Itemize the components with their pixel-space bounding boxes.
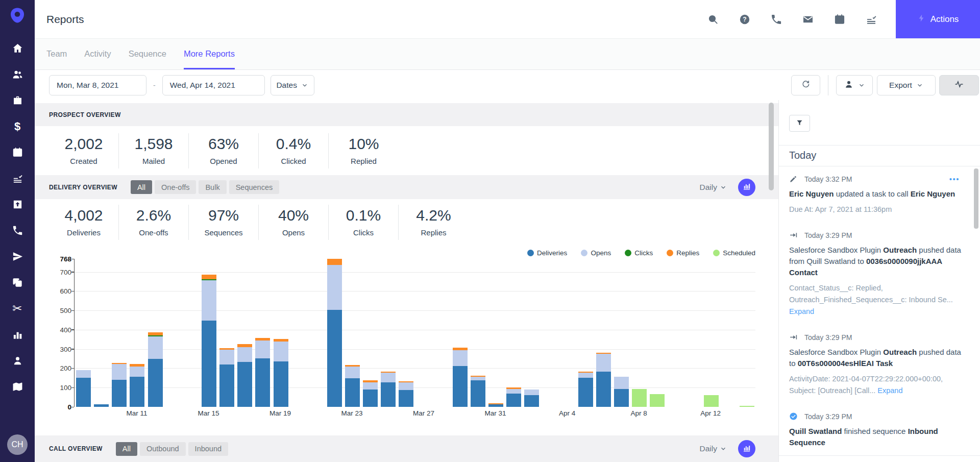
- bar-mar-31[interactable]: [488, 403, 503, 407]
- main-scrollbar[interactable]: [769, 103, 774, 190]
- call-filter-inbound[interactable]: Inbound: [188, 442, 228, 456]
- sidebar-item-person-icon[interactable]: [12, 355, 23, 367]
- feed-filter-button[interactable]: [789, 115, 810, 132]
- bar-mar-17[interactable]: [237, 344, 252, 407]
- search-icon[interactable]: [707, 13, 719, 26]
- sidebar-item-briefcase-icon[interactable]: [12, 94, 23, 106]
- bar-mar-12[interactable]: [148, 332, 163, 407]
- lightning-icon: [917, 14, 926, 25]
- export-button[interactable]: Export: [877, 75, 936, 95]
- bar-mar-10[interactable]: [112, 363, 127, 407]
- bar-mar-24[interactable]: [363, 380, 378, 407]
- refresh-button[interactable]: [791, 75, 820, 95]
- sidebar-item-phone-icon[interactable]: [12, 225, 23, 236]
- delivery-filter-one-offs[interactable]: One-offs: [155, 180, 196, 194]
- chevron-down-icon: [858, 82, 865, 89]
- bar-mar-11[interactable]: [130, 364, 144, 407]
- bar-mar-16[interactable]: [219, 348, 234, 407]
- delivery-band-right: Daily: [700, 179, 755, 196]
- bar-mar-22[interactable]: [327, 259, 342, 407]
- outreach-logo-icon[interactable]: [9, 7, 26, 24]
- toolbar-divider: [828, 75, 828, 95]
- pulse-icon: [954, 79, 964, 91]
- bar-apr-8[interactable]: [632, 389, 647, 407]
- bar-segment-replies: [327, 259, 342, 265]
- legend-item-scheduled[interactable]: Scheduled: [713, 249, 755, 257]
- tab-team[interactable]: Team: [46, 39, 67, 69]
- bar-mar-18[interactable]: [255, 338, 270, 407]
- bar-mar-9[interactable]: [94, 404, 109, 407]
- legend-item-opens[interactable]: Opens: [581, 249, 611, 257]
- call-interval-dropdown[interactable]: Daily: [700, 444, 727, 453]
- y-axis-label: 500: [41, 307, 71, 314]
- help-icon[interactable]: ?: [739, 13, 751, 26]
- call-filter-all[interactable]: All: [116, 442, 137, 456]
- sidebar-item-dollar-icon[interactable]: $: [12, 120, 23, 132]
- delivery-filter-all[interactable]: All: [131, 180, 152, 194]
- sidebar-item-home-icon[interactable]: [12, 42, 23, 54]
- start-date-input[interactable]: Mon, Mar 8, 2021: [49, 75, 146, 95]
- end-date-input[interactable]: Wed, Apr 14, 2021: [162, 75, 265, 95]
- legend-item-clicks[interactable]: Clicks: [625, 249, 653, 257]
- bar-apr-9[interactable]: [650, 394, 665, 407]
- delivery-stat-replies: 4.2%Replies: [399, 205, 469, 240]
- mail-icon[interactable]: [802, 13, 814, 26]
- call-filter-outbound[interactable]: Outbound: [140, 442, 186, 456]
- bar-segment-deliveries: [578, 378, 593, 407]
- bar-mar-26[interactable]: [399, 381, 413, 407]
- y-axis-tick: [71, 291, 74, 292]
- sidebar-item-calendar-icon[interactable]: [12, 147, 23, 158]
- bar-mar-25[interactable]: [381, 372, 396, 407]
- actions-button[interactable]: Actions: [896, 0, 980, 38]
- activity-feed-toggle-button[interactable]: [939, 75, 979, 95]
- call-chart-type-button[interactable]: [738, 440, 755, 457]
- x-axis-label: Apr 12: [700, 409, 721, 417]
- sidebar-item-users-icon[interactable]: [12, 68, 23, 80]
- sidebar-item-send-icon[interactable]: [12, 251, 23, 262]
- chevron-down-icon: [720, 445, 727, 452]
- task-check-icon[interactable]: [865, 13, 877, 26]
- sidebar-item-bar-chart-icon[interactable]: [12, 329, 23, 341]
- activity-feed-panel: Today Today 3:32 PM•••Eric Nguyen update…: [778, 100, 980, 462]
- calendar-icon[interactable]: [834, 13, 846, 26]
- call-interval-label: Daily: [700, 444, 717, 453]
- bar-apr-6[interactable]: [596, 353, 611, 407]
- dates-dropdown-button[interactable]: Dates: [271, 75, 314, 95]
- bar-apr-12[interactable]: [704, 395, 719, 407]
- sidebar-item-copy-icon[interactable]: [12, 277, 23, 288]
- bar-mar-23[interactable]: [345, 365, 360, 407]
- sidebar-item-task-list-icon[interactable]: [12, 173, 23, 184]
- sidebar-item-scissors-icon[interactable]: ✂: [12, 303, 23, 314]
- entry-more-menu[interactable]: •••: [949, 175, 960, 183]
- bar-mar-8[interactable]: [76, 370, 91, 407]
- delivery-filter-bulk[interactable]: Bulk: [199, 180, 226, 194]
- legend-item-deliveries[interactable]: Deliveries: [527, 249, 567, 257]
- bar-apr-2[interactable]: [524, 390, 539, 407]
- sidebar-item-outbox-icon[interactable]: [12, 199, 23, 210]
- expand-link[interactable]: Expand: [877, 386, 902, 395]
- bar-mar-30[interactable]: [471, 376, 485, 407]
- tab-sequence[interactable]: Sequence: [129, 39, 166, 69]
- bar-mar-15[interactable]: [202, 275, 216, 407]
- bar-mar-19[interactable]: [274, 339, 288, 407]
- owner-filter-button[interactable]: [836, 75, 873, 95]
- bar-mar-29[interactable]: [453, 348, 468, 407]
- bar-apr-7[interactable]: [614, 377, 629, 407]
- sidebar-item-map-icon[interactable]: [12, 381, 23, 393]
- tab-more-reports[interactable]: More Reports: [184, 39, 235, 69]
- feed-scrollbar[interactable]: [974, 168, 978, 229]
- bar-segment-deliveries: [381, 382, 396, 407]
- bar-apr-14[interactable]: [740, 406, 754, 407]
- delivery-chart-type-button[interactable]: [738, 179, 755, 196]
- bar-apr-1[interactable]: [506, 387, 521, 407]
- expand-link[interactable]: Expand: [789, 306, 967, 318]
- tab-activity[interactable]: Activity: [84, 39, 111, 69]
- bar-segment-scheduled: [632, 389, 647, 407]
- delivery-filter-sequences[interactable]: Sequences: [229, 180, 280, 194]
- bar-apr-5[interactable]: [578, 372, 593, 407]
- legend-item-replies[interactable]: Replies: [667, 249, 699, 257]
- phone-icon[interactable]: [770, 13, 782, 26]
- user-avatar[interactable]: CH: [7, 434, 28, 455]
- bar-segment-deliveries: [130, 377, 144, 407]
- delivery-interval-dropdown[interactable]: Daily: [700, 183, 727, 192]
